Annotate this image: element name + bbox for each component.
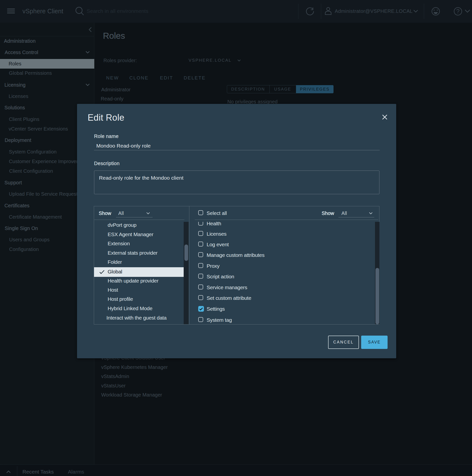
svg-text:?: ? [456,8,459,15]
